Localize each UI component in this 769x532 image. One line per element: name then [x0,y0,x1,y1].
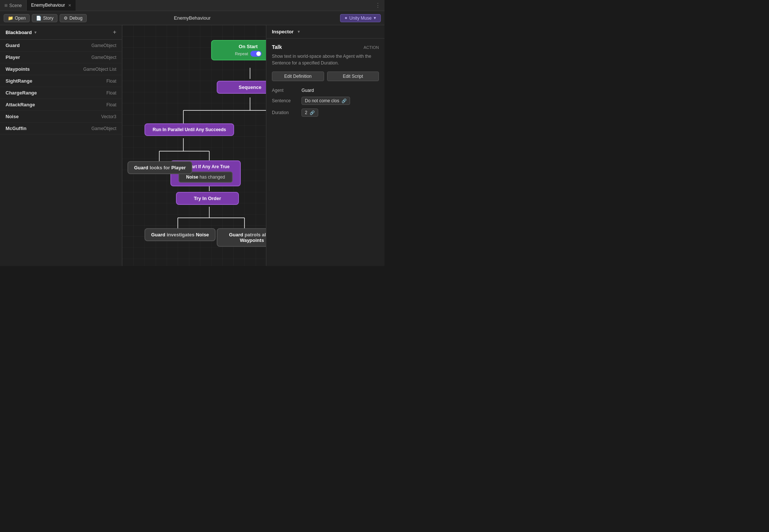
list-item: Player GameObject [0,51,122,63]
inspector-node-title: Talk [272,44,282,50]
top-bar: ⊞ Scene EnemyBehaviour ✕ ⋮ [0,0,384,11]
muse-icon: ✦ [344,16,348,21]
folder-icon: 📁 [8,16,13,21]
inspector-buttons: Edit Definition Edit Script [272,72,379,81]
chevron-down-icon: ▼ [373,16,377,20]
toolbar-right: ✦ Unity Muse ▼ [340,14,381,22]
debug-button[interactable]: ⚙ Debug [60,14,86,22]
inspector-description: Show text in world-space above the Agent… [272,53,379,66]
toolbar-left: 📁 Open 📄 Story ⚙ Debug [4,14,87,22]
inspector-body: Talk ACTION Show text in world-space abo… [266,39,384,126]
scene-tab-label: Scene [9,3,22,8]
toolbar-title: EnemyBehaviour [174,15,211,21]
guard-looks-node[interactable]: Guard looks for Player [127,161,192,174]
blackboard-list: Guard GameObject Player GameObject Waypo… [0,40,122,134]
blackboard-add-button[interactable]: + [113,29,116,36]
sentence-field: Sentence Do not come clos 🔗 [272,97,379,105]
list-item: ChargeRange Float [0,87,122,99]
duration-field: Duration 2 🔗 [272,109,379,117]
run-in-parallel-node[interactable]: Run In Parallel Until Any Succeeds [144,123,234,136]
on-start-node[interactable]: On Start Repeat [211,40,266,60]
toggle-knob [256,51,261,56]
inspector-title: Inspector ▼ [272,29,300,34]
scene-icon: ⊞ [4,3,7,7]
enemy-tab-label: EnemyBehaviour [31,3,65,8]
guard-patrols-node[interactable]: Guard patrols along Waypoints [217,228,266,247]
edit-script-button[interactable]: Edit Script [327,72,379,81]
main-layout: Blackboard ▼ + Guard GameObject Player G… [0,25,384,266]
kebab-icon[interactable]: ⋮ [375,2,381,9]
list-item: McGuffin GameObject [0,123,122,134]
tab-enemy[interactable]: EnemyBehaviour ✕ [27,0,76,11]
toolbar: 📁 Open 📄 Story ⚙ Debug EnemyBehaviour ✦ … [0,11,384,25]
guard-investigates-node[interactable]: Guard investigates Noise [144,228,216,241]
chevron-down-icon[interactable]: ▼ [34,30,37,34]
agent-field: Agent Guard [272,88,379,93]
duration-link-icon[interactable]: 🔗 [310,110,315,115]
agent-value: Guard [302,88,314,93]
blackboard-title: Blackboard ▼ [6,30,37,35]
canvas-area[interactable]: On Start Repeat Sequence Run In Parallel… [122,25,266,266]
inspector-action-label: ACTION [363,45,379,50]
inspector-header: Inspector ▼ [266,25,384,39]
blackboard-panel: Blackboard ▼ + Guard GameObject Player G… [0,25,122,266]
story-icon: 📄 [36,16,41,21]
duration-field-input[interactable]: 2 🔗 [302,109,318,117]
edit-definition-button[interactable]: Edit Definition [272,72,324,81]
list-item: Guard GameObject [0,40,122,51]
unity-muse-button[interactable]: ✦ Unity Muse ▼ [340,14,381,22]
inspector-panel: Inspector ▼ Talk ACTION Show text in wor… [266,25,384,266]
list-item: Noise Vector3 [0,111,122,123]
blackboard-header: Blackboard ▼ + [0,25,122,40]
open-button[interactable]: 📁 Open [4,14,30,22]
list-item: SightRange Float [0,75,122,87]
tab-scene[interactable]: ⊞ Scene [0,0,27,11]
chevron-down-icon[interactable]: ▼ [297,30,301,34]
list-item: Waypoints GameObject List [0,63,122,75]
try-in-order-node[interactable]: Try In Order [176,192,239,205]
sequence-node[interactable]: Sequence [217,81,266,94]
sentence-link-icon[interactable]: 🔗 [342,99,347,103]
sentence-field-input[interactable]: Do not come clos 🔗 [302,97,350,105]
debug-icon: ⚙ [64,16,68,21]
list-item: AttackRange Float [0,99,122,111]
repeat-toggle[interactable] [250,51,262,57]
story-button[interactable]: 📄 Story [32,14,57,22]
